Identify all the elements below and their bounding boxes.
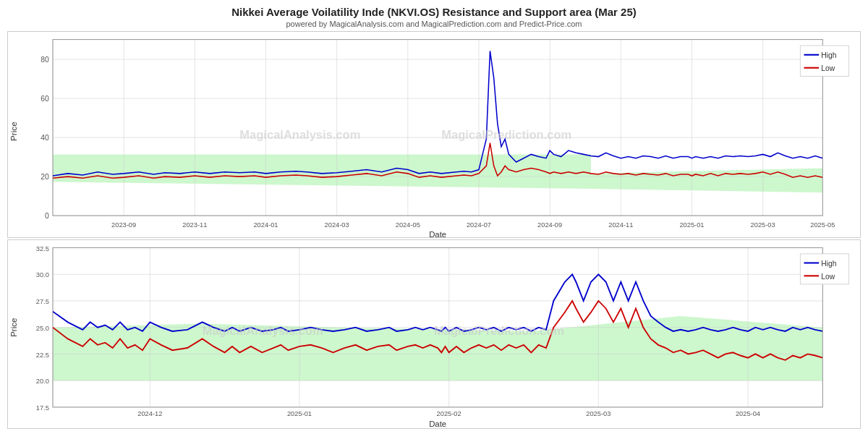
svg-text:25.0: 25.0 bbox=[36, 325, 49, 332]
svg-text:2025-05: 2025-05 bbox=[810, 221, 835, 229]
svg-text:2025-03: 2025-03 bbox=[751, 221, 775, 229]
page-wrapper: Nikkei Average Voilatility Inde (NKVI.OS… bbox=[0, 0, 868, 434]
svg-text:2025-01: 2025-01 bbox=[287, 410, 312, 417]
svg-text:27.5: 27.5 bbox=[36, 298, 49, 305]
svg-text:2025-02: 2025-02 bbox=[437, 410, 461, 417]
svg-text:32.5: 32.5 bbox=[36, 244, 49, 252]
svg-text:Date: Date bbox=[429, 230, 446, 237]
page-title: Nikkei Average Voilatility Inde (NKVI.OS… bbox=[7, 6, 861, 18]
svg-text:2024-09: 2024-09 bbox=[537, 221, 562, 229]
charts-container: 0 20 40 60 80 2023-09 2023-11 2024-01 20… bbox=[7, 31, 861, 430]
svg-text:40: 40 bbox=[41, 134, 49, 142]
chart-svg-1: 0 20 40 60 80 2023-09 2023-11 2024-01 20… bbox=[8, 32, 860, 237]
svg-text:2024-05: 2024-05 bbox=[396, 221, 420, 229]
svg-text:2023-11: 2023-11 bbox=[182, 221, 207, 229]
svg-text:MagicalAnalysis.com: MagicalAnalysis.com bbox=[203, 324, 323, 338]
chart-svg-2: 17.5 20.0 22.5 25.0 27.5 30.0 32.5 2024-… bbox=[8, 240, 860, 428]
svg-text:2024-12: 2024-12 bbox=[137, 410, 162, 417]
svg-text:MagicalAnalysis.com: MagicalAnalysis.com bbox=[239, 128, 360, 142]
svg-text:Price: Price bbox=[9, 318, 18, 336]
svg-text:17.5: 17.5 bbox=[36, 404, 49, 412]
svg-text:60: 60 bbox=[41, 95, 49, 103]
svg-text:Low: Low bbox=[821, 64, 835, 72]
page-subtitle: powered by MagicalAnalysis.com and Magic… bbox=[7, 20, 861, 28]
svg-text:2025-04: 2025-04 bbox=[736, 410, 760, 417]
svg-text:High: High bbox=[821, 51, 836, 59]
svg-text:20.0: 20.0 bbox=[36, 378, 49, 385]
svg-text:30.0: 30.0 bbox=[36, 271, 49, 278]
svg-text:MagicalPrediction.com: MagicalPrediction.com bbox=[434, 324, 564, 338]
svg-text:2024-03: 2024-03 bbox=[325, 221, 349, 229]
svg-text:2024-07: 2024-07 bbox=[467, 221, 491, 229]
svg-text:MagicalPrediction.com: MagicalPrediction.com bbox=[441, 128, 571, 142]
svg-text:High: High bbox=[821, 259, 836, 267]
svg-text:22.5: 22.5 bbox=[36, 351, 49, 358]
svg-text:80: 80 bbox=[41, 56, 49, 64]
svg-text:2024-01: 2024-01 bbox=[253, 221, 278, 229]
svg-text:Price: Price bbox=[10, 122, 19, 141]
chart-panel-1: 0 20 40 60 80 2023-09 2023-11 2024-01 20… bbox=[7, 31, 861, 238]
svg-text:Date: Date bbox=[429, 420, 446, 428]
svg-text:2023-09: 2023-09 bbox=[111, 221, 136, 229]
svg-text:2024-11: 2024-11 bbox=[608, 221, 633, 229]
svg-text:0: 0 bbox=[45, 212, 49, 220]
svg-text:2025-03: 2025-03 bbox=[586, 410, 610, 417]
svg-text:2025-01: 2025-01 bbox=[679, 221, 704, 229]
svg-text:20: 20 bbox=[41, 173, 49, 181]
svg-text:Low: Low bbox=[821, 272, 835, 280]
chart-panel-2: 17.5 20.0 22.5 25.0 27.5 30.0 32.5 2024-… bbox=[7, 239, 861, 429]
